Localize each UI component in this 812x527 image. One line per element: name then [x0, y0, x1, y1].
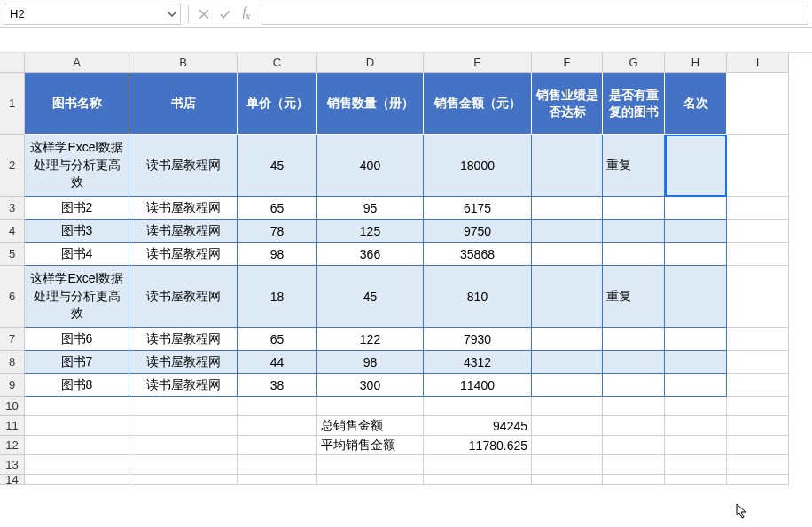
- cell-B9[interactable]: 读书屋教程网: [129, 374, 238, 397]
- cell-A9[interactable]: 图书8: [25, 374, 129, 397]
- cell-G7[interactable]: [603, 328, 665, 351]
- cell-I13[interactable]: [727, 455, 789, 475]
- row-header-7[interactable]: 7: [0, 328, 25, 351]
- cell-B6[interactable]: 读书屋教程网: [129, 266, 238, 328]
- cell-E14[interactable]: [424, 475, 532, 485]
- cell-A4[interactable]: 图书3: [25, 220, 129, 243]
- cell-H8[interactable]: [665, 351, 727, 374]
- cell-G5[interactable]: [603, 243, 665, 266]
- header-cell-G[interactable]: 是否有重复的图书: [603, 73, 665, 135]
- header-cell-B[interactable]: 书店: [129, 73, 238, 135]
- row-header-1[interactable]: 1: [0, 73, 25, 135]
- cell-H14[interactable]: [665, 475, 727, 485]
- cell-F7[interactable]: [532, 328, 603, 351]
- cell-C4[interactable]: 78: [238, 220, 317, 243]
- cell-A10[interactable]: [25, 397, 129, 416]
- cell-I11[interactable]: [727, 416, 789, 436]
- col-header-I[interactable]: I: [727, 53, 789, 73]
- cell-I7[interactable]: [727, 328, 789, 351]
- cell-H12[interactable]: [665, 436, 727, 455]
- cell-D12[interactable]: 平均销售金额: [317, 436, 424, 455]
- cell-C14[interactable]: [238, 475, 317, 485]
- cell-B8[interactable]: 读书屋教程网: [129, 351, 238, 374]
- confirm-button[interactable]: [217, 6, 233, 22]
- cell-G8[interactable]: [603, 351, 665, 374]
- row-header-9[interactable]: 9: [0, 374, 25, 397]
- cell-G12[interactable]: [603, 436, 665, 455]
- cell-A3[interactable]: 图书2: [25, 197, 129, 220]
- cell-B10[interactable]: [129, 397, 238, 416]
- cell-E8[interactable]: 4312: [424, 351, 532, 374]
- header-cell-C[interactable]: 单价（元）: [238, 73, 317, 135]
- cell-C2[interactable]: 45: [238, 135, 317, 197]
- cell-B2[interactable]: 读书屋教程网: [129, 135, 238, 197]
- cell-E6[interactable]: 810: [424, 266, 532, 328]
- cell-D7[interactable]: 122: [317, 328, 424, 351]
- row-header-13[interactable]: 13: [0, 455, 25, 475]
- cell-F14[interactable]: [532, 475, 603, 485]
- cell-H2[interactable]: [665, 135, 727, 197]
- cell-C11[interactable]: [238, 416, 317, 436]
- cell-D11[interactable]: 总销售金额: [317, 416, 424, 436]
- cell-B5[interactable]: 读书屋教程网: [129, 243, 238, 266]
- col-header-D[interactable]: D: [317, 53, 424, 73]
- cell-I5[interactable]: [727, 243, 789, 266]
- cell-F6[interactable]: [532, 266, 603, 328]
- cell-F13[interactable]: [532, 455, 603, 475]
- cell-I10[interactable]: [727, 397, 789, 416]
- cell-I12[interactable]: [727, 436, 789, 455]
- cell-G6[interactable]: 重复: [603, 266, 665, 328]
- cell-C5[interactable]: 98: [238, 243, 317, 266]
- cell-B14[interactable]: [129, 475, 238, 485]
- cell-F8[interactable]: [532, 351, 603, 374]
- row-header-10[interactable]: 10: [0, 397, 25, 416]
- row-header-12[interactable]: 12: [0, 436, 25, 455]
- cell-B11[interactable]: [129, 416, 238, 436]
- cell-A12[interactable]: [25, 436, 129, 455]
- cell-E12[interactable]: 11780.625: [424, 436, 532, 455]
- cell-I14[interactable]: [727, 475, 789, 485]
- cell-E5[interactable]: 35868: [424, 243, 532, 266]
- cell-E2[interactable]: 18000: [424, 135, 532, 197]
- cell-C9[interactable]: 38: [238, 374, 317, 397]
- cell-C10[interactable]: [238, 397, 317, 416]
- cell-D3[interactable]: 95: [317, 197, 424, 220]
- cell-E11[interactable]: 94245: [424, 416, 532, 436]
- cell-G9[interactable]: [603, 374, 665, 397]
- cell-G2[interactable]: 重复: [603, 135, 665, 197]
- cell-I8[interactable]: [727, 351, 789, 374]
- name-box[interactable]: [4, 4, 164, 24]
- col-header-C[interactable]: C: [238, 53, 317, 73]
- cell-I6[interactable]: [727, 266, 789, 328]
- cell-D9[interactable]: 300: [317, 374, 424, 397]
- cell-D14[interactable]: [317, 475, 424, 485]
- cell-E9[interactable]: 11400: [424, 374, 532, 397]
- cell-C7[interactable]: 65: [238, 328, 317, 351]
- formula-bar[interactable]: [262, 4, 808, 25]
- cell-H11[interactable]: [665, 416, 727, 436]
- cell-A5[interactable]: 图书4: [25, 243, 129, 266]
- cell-D2[interactable]: 400: [317, 135, 424, 197]
- cell-D13[interactable]: [317, 455, 424, 475]
- cell-B12[interactable]: [129, 436, 238, 455]
- namebox-dropdown-button[interactable]: [164, 4, 180, 24]
- cell-A8[interactable]: 图书7: [25, 351, 129, 374]
- cell-G3[interactable]: [603, 197, 665, 220]
- select-all-corner[interactable]: [0, 53, 25, 73]
- cell-A14[interactable]: [25, 475, 129, 485]
- cell-C12[interactable]: [238, 436, 317, 455]
- row-header-8[interactable]: 8: [0, 351, 25, 374]
- cell-F5[interactable]: [532, 243, 603, 266]
- cell-G10[interactable]: [603, 397, 665, 416]
- cell-H10[interactable]: [665, 397, 727, 416]
- header-cell-H[interactable]: 名次: [665, 73, 727, 135]
- cell-I3[interactable]: [727, 197, 789, 220]
- row-header-4[interactable]: 4: [0, 220, 25, 243]
- cell-F9[interactable]: [532, 374, 603, 397]
- col-header-B[interactable]: B: [129, 53, 238, 73]
- cell-H4[interactable]: [665, 220, 727, 243]
- cell-B13[interactable]: [129, 455, 238, 475]
- header-cell-A[interactable]: 图书名称: [25, 73, 129, 135]
- col-header-H[interactable]: H: [665, 53, 727, 73]
- col-header-G[interactable]: G: [603, 53, 665, 73]
